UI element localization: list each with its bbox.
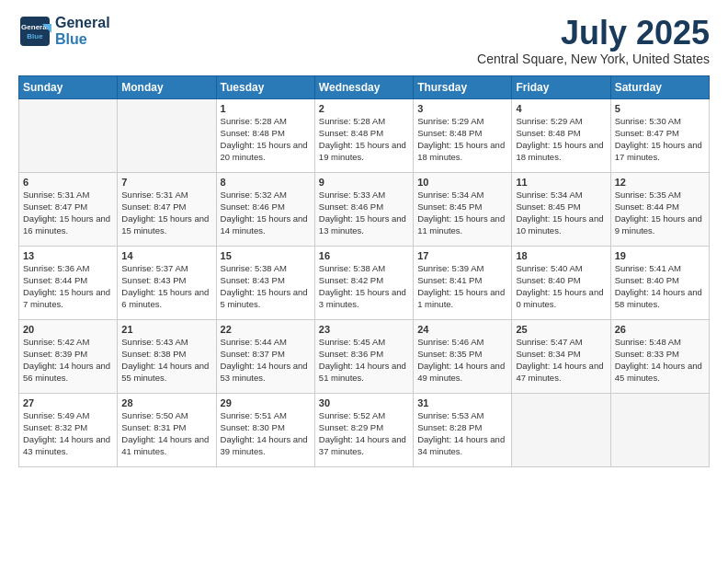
calendar-day: 3Sunrise: 5:29 AMSunset: 8:48 PMDaylight… — [414, 98, 512, 172]
daylight-hours: Daylight: 14 hours and 51 minutes. — [319, 361, 406, 383]
daylight-hours: Daylight: 14 hours and 45 minutes. — [615, 361, 702, 383]
th-sunday: Sunday — [19, 75, 118, 98]
calendar-day — [19, 98, 118, 172]
sunrise-time: Sunrise: 5:43 AM — [121, 337, 188, 347]
sunset-time: Sunset: 8:46 PM — [319, 201, 383, 212]
day-number: 28 — [121, 396, 211, 410]
day-number: 14 — [121, 249, 211, 263]
calendar-day: 12Sunrise: 5:35 AMSunset: 8:44 PMDayligh… — [610, 172, 709, 246]
calendar-day: 19Sunrise: 5:41 AMSunset: 8:40 PMDayligh… — [610, 246, 709, 319]
day-number: 11 — [516, 176, 606, 190]
day-number: 31 — [417, 396, 507, 410]
calendar-day: 18Sunrise: 5:40 AMSunset: 8:40 PMDayligh… — [512, 246, 610, 319]
sunset-time: Sunset: 8:41 PM — [417, 275, 482, 285]
daylight-hours: Daylight: 15 hours and 13 minutes. — [319, 213, 406, 236]
calendar-day: 27Sunrise: 5:49 AMSunset: 8:32 PMDayligh… — [19, 393, 118, 466]
month-title: July 2025 — [477, 15, 710, 52]
day-number: 6 — [23, 176, 113, 190]
sunrise-time: Sunrise: 5:33 AM — [319, 190, 385, 200]
sunset-time: Sunset: 8:36 PM — [319, 349, 383, 359]
daylight-hours: Daylight: 15 hours and 14 minutes. — [221, 213, 308, 236]
logo-blue: Blue — [55, 31, 110, 48]
sunrise-time: Sunrise: 5:29 AM — [417, 116, 483, 126]
day-number: 16 — [319, 249, 409, 263]
sunset-time: Sunset: 8:45 PM — [516, 201, 580, 212]
sunset-time: Sunset: 8:47 PM — [615, 128, 679, 138]
daylight-hours: Daylight: 15 hours and 10 minutes. — [516, 213, 603, 236]
calendar-day: 6Sunrise: 5:31 AMSunset: 8:47 PMDaylight… — [19, 172, 118, 246]
th-monday: Monday — [118, 75, 216, 98]
sunset-time: Sunset: 8:47 PM — [23, 201, 87, 212]
sunset-time: Sunset: 8:35 PM — [417, 349, 482, 359]
daylight-hours: Daylight: 15 hours and 3 minutes. — [319, 287, 406, 309]
sunrise-time: Sunrise: 5:36 AM — [23, 263, 89, 273]
calendar-day: 29Sunrise: 5:51 AMSunset: 8:30 PMDayligh… — [216, 393, 314, 466]
daylight-hours: Daylight: 14 hours and 34 minutes. — [417, 434, 505, 456]
sunset-time: Sunset: 8:48 PM — [417, 128, 482, 138]
sunrise-time: Sunrise: 5:44 AM — [221, 337, 287, 347]
logo-general: General — [55, 15, 110, 31]
calendar-day: 5Sunrise: 5:30 AMSunset: 8:47 PMDaylight… — [610, 98, 709, 172]
day-number: 30 — [319, 396, 409, 410]
sunrise-time: Sunrise: 5:35 AM — [615, 190, 681, 200]
sunrise-time: Sunrise: 5:52 AM — [319, 410, 385, 420]
daylight-hours: Daylight: 15 hours and 15 minutes. — [121, 213, 209, 236]
daylight-hours: Daylight: 15 hours and 20 minutes. — [221, 140, 308, 162]
daylight-hours: Daylight: 15 hours and 7 minutes. — [23, 287, 110, 309]
sunrise-time: Sunrise: 5:29 AM — [516, 116, 582, 126]
svg-rect-0 — [20, 17, 50, 46]
daylight-hours: Daylight: 15 hours and 19 minutes. — [319, 140, 406, 162]
calendar-day: 9Sunrise: 5:33 AMSunset: 8:46 PMDaylight… — [314, 172, 413, 246]
day-number: 10 — [417, 176, 507, 190]
sunset-time: Sunset: 8:43 PM — [221, 275, 285, 285]
day-number: 9 — [319, 176, 409, 190]
sunrise-time: Sunrise: 5:31 AM — [23, 190, 89, 200]
calendar-day: 1Sunrise: 5:28 AMSunset: 8:48 PMDaylight… — [216, 98, 314, 172]
sunset-time: Sunset: 8:48 PM — [319, 128, 383, 138]
calendar-day: 25Sunrise: 5:47 AMSunset: 8:34 PMDayligh… — [512, 319, 610, 393]
calendar-day: 16Sunrise: 5:38 AMSunset: 8:42 PMDayligh… — [314, 246, 413, 319]
day-number: 23 — [319, 323, 409, 337]
calendar-week-3: 13Sunrise: 5:36 AMSunset: 8:44 PMDayligh… — [19, 246, 710, 319]
calendar-day: 26Sunrise: 5:48 AMSunset: 8:33 PMDayligh… — [610, 319, 709, 393]
day-number: 24 — [417, 323, 507, 337]
calendar-day: 30Sunrise: 5:52 AMSunset: 8:29 PMDayligh… — [314, 393, 413, 466]
day-number: 27 — [23, 396, 113, 410]
daylight-hours: Daylight: 15 hours and 1 minute. — [417, 287, 505, 309]
sunrise-time: Sunrise: 5:48 AM — [615, 337, 681, 347]
calendar-day: 11Sunrise: 5:34 AMSunset: 8:45 PMDayligh… — [512, 172, 610, 246]
sunset-time: Sunset: 8:48 PM — [516, 128, 580, 138]
calendar-day: 10Sunrise: 5:34 AMSunset: 8:45 PMDayligh… — [414, 172, 512, 246]
daylight-hours: Daylight: 14 hours and 49 minutes. — [417, 361, 505, 383]
sunset-time: Sunset: 8:46 PM — [221, 201, 285, 212]
sunrise-time: Sunrise: 5:38 AM — [319, 263, 385, 273]
daylight-hours: Daylight: 14 hours and 56 minutes. — [23, 361, 110, 383]
sunrise-time: Sunrise: 5:49 AM — [23, 410, 89, 420]
title-block: July 2025 Central Square, New York, Unit… — [477, 15, 710, 66]
sunset-time: Sunset: 8:43 PM — [121, 275, 186, 285]
sunset-time: Sunset: 8:40 PM — [615, 275, 679, 285]
calendar-day: 17Sunrise: 5:39 AMSunset: 8:41 PMDayligh… — [414, 246, 512, 319]
location: Central Square, New York, United States — [477, 52, 710, 66]
sunrise-time: Sunrise: 5:28 AM — [221, 116, 287, 126]
daylight-hours: Daylight: 15 hours and 5 minutes. — [221, 287, 308, 309]
sunrise-time: Sunrise: 5:32 AM — [221, 190, 287, 200]
calendar-day: 21Sunrise: 5:43 AMSunset: 8:38 PMDayligh… — [118, 319, 216, 393]
calendar-day: 22Sunrise: 5:44 AMSunset: 8:37 PMDayligh… — [216, 319, 314, 393]
daylight-hours: Daylight: 14 hours and 47 minutes. — [516, 361, 603, 383]
th-wednesday: Wednesday — [314, 75, 413, 98]
day-number: 15 — [221, 249, 311, 263]
sunset-time: Sunset: 8:33 PM — [615, 349, 679, 359]
day-number: 17 — [417, 249, 507, 263]
sunrise-time: Sunrise: 5:51 AM — [221, 410, 287, 420]
sunrise-time: Sunrise: 5:53 AM — [417, 410, 483, 420]
sunset-time: Sunset: 8:42 PM — [319, 275, 383, 285]
daylight-hours: Daylight: 15 hours and 18 minutes. — [417, 140, 505, 162]
daylight-hours: Daylight: 15 hours and 9 minutes. — [615, 213, 702, 236]
calendar-day: 14Sunrise: 5:37 AMSunset: 8:43 PMDayligh… — [118, 246, 216, 319]
daylight-hours: Daylight: 14 hours and 55 minutes. — [121, 361, 209, 383]
sunset-time: Sunset: 8:48 PM — [221, 128, 285, 138]
sunrise-time: Sunrise: 5:34 AM — [516, 190, 582, 200]
day-number: 21 — [121, 323, 211, 337]
sunset-time: Sunset: 8:38 PM — [121, 349, 186, 359]
